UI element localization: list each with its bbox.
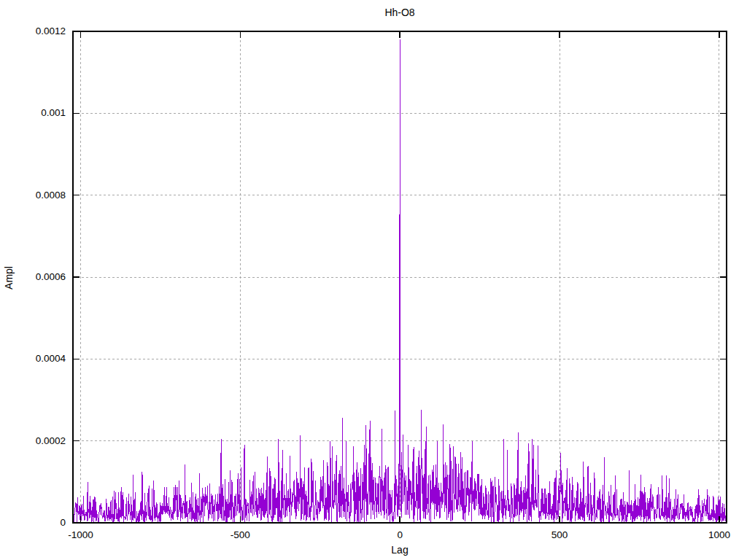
y-tick-label: 0.0004 xyxy=(0,352,66,365)
x-tick-label: -1000 xyxy=(48,529,114,540)
x-axis-label: Lag xyxy=(73,544,727,556)
plot-svg xyxy=(0,0,747,560)
series-line xyxy=(73,39,727,523)
y-tick-label: 0.001 xyxy=(0,106,66,120)
y-tick-label: 0.0002 xyxy=(0,435,66,448)
y-tick-label: 0.0006 xyxy=(0,271,66,284)
x-tick-label: 1000 xyxy=(686,529,747,540)
chart-title: Hh-O8 xyxy=(73,7,727,18)
x-tick-label: 500 xyxy=(527,529,592,540)
y-tick-label: 0 xyxy=(0,516,66,529)
y-tick-label: 0.0008 xyxy=(0,189,66,202)
y-tick-label: 0.0012 xyxy=(0,25,66,38)
x-tick-label: 0 xyxy=(367,529,433,540)
x-tick-label: -500 xyxy=(207,529,273,540)
chart-hh-o8: Hh-O8 Ampl Lag 00.00020.00040.00060.0008… xyxy=(0,0,747,560)
